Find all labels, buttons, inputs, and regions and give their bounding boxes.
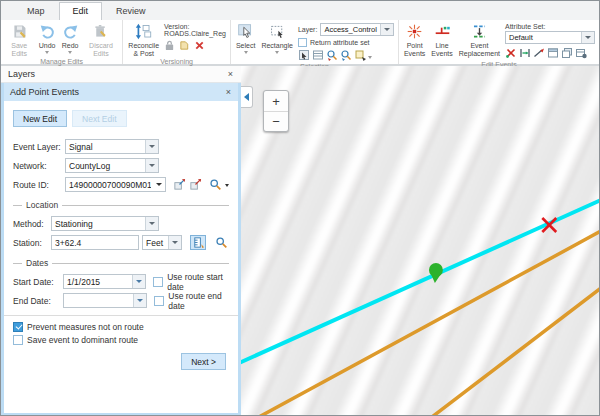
event-layer-combobox[interactable]: Signal — [65, 139, 159, 154]
event-layer-arrow-icon — [145, 140, 158, 153]
rectangle-select-icon — [269, 23, 286, 42]
layers-pane-title: Layers — [8, 69, 35, 79]
pane-title: Add Point Events — [10, 87, 79, 97]
group-versioning: Reconcile & Post Version: ROADS.Claire_R… — [123, 20, 231, 64]
clear-selection-icon[interactable] — [354, 49, 366, 62]
road-line-1[interactable] — [259, 231, 599, 415]
pane-body: New Edit Next Edit Event Layer: Signal N… — [4, 101, 238, 413]
save-dominant-route-checkbox[interactable] — [13, 335, 23, 345]
map-features-layer — [241, 66, 599, 415]
event-replacement-icon — [471, 23, 488, 42]
attribute-set-label: Attribute Set: — [505, 23, 595, 30]
tab-edit[interactable]: Edit — [59, 2, 103, 20]
end-date-label: End Date: — [13, 296, 63, 306]
group-selection: Select Rectangle Layer: Access_Control — [231, 20, 399, 64]
split-event-icon[interactable] — [519, 47, 531, 60]
zoom-in-button[interactable]: + — [264, 91, 288, 111]
use-route-end-date-label: Use route end date — [168, 291, 229, 311]
location-section-divider: Location — [13, 200, 229, 210]
station-unit-combobox[interactable]: Feet — [142, 235, 182, 250]
tab-review[interactable]: Review — [102, 2, 160, 20]
options-divider — [4, 315, 238, 316]
network-combobox[interactable]: CountyLog — [65, 158, 159, 173]
method-combobox[interactable]: Stationing — [51, 216, 159, 231]
return-attribute-set-checkbox[interactable] — [298, 38, 307, 47]
route-id-combobox[interactable] — [65, 177, 166, 192]
end-date-combobox[interactable] — [63, 293, 147, 308]
redo-icon — [62, 23, 79, 42]
save-edits-button[interactable]: Save Edits — [3, 22, 36, 58]
network-arrow-icon — [145, 159, 158, 172]
use-route-end-date-checkbox[interactable] — [154, 296, 164, 306]
zoom-to-station-button[interactable] — [213, 235, 229, 250]
trim-event-icon[interactable] — [533, 47, 545, 60]
road-line-2[interactable] — [432, 288, 599, 415]
remove-event-icon[interactable] — [505, 47, 517, 60]
tab-map[interactable]: Map — [13, 2, 59, 20]
pane-collapse-button[interactable] — [241, 86, 253, 108]
prevent-measures-checkbox[interactable] — [13, 322, 23, 332]
use-route-start-date-checkbox[interactable] — [153, 277, 163, 287]
attribute-list-icon[interactable] — [312, 49, 324, 62]
pick-station-from-map-button[interactable] — [190, 235, 206, 250]
layer-combobox-arrow-icon — [380, 24, 393, 35]
event-replacement-button[interactable]: Event Replacement — [456, 22, 503, 58]
zoom-route-caret-icon[interactable] — [225, 184, 229, 187]
route-id-input[interactable] — [66, 178, 154, 191]
zoom-to-route-button[interactable] — [207, 177, 223, 192]
event-layer-label: Event Layer: — [13, 142, 65, 152]
start-date-combobox[interactable]: 1/1/2015 — [63, 274, 146, 289]
pan-to-selected-icon[interactable] — [340, 49, 352, 62]
version-label: Version: — [164, 23, 226, 30]
save-dominant-route-label: Save event to dominant route — [27, 335, 138, 345]
copy-events-icon[interactable] — [561, 47, 573, 60]
zoom-out-button[interactable]: − — [264, 111, 288, 131]
select-by-box-icon[interactable] — [298, 49, 310, 62]
reconcile-post-button[interactable]: Reconcile & Post — [125, 22, 162, 58]
line-events-icon — [434, 23, 451, 42]
event-attributes-window-icon[interactable] — [547, 47, 559, 60]
redo-button[interactable]: Redo — [59, 22, 82, 55]
point-events-button[interactable]: Point Events — [401, 22, 428, 58]
discard-edits-button[interactable]: Discard Edits — [82, 22, 121, 58]
select-dropdown-caret-icon — [244, 51, 248, 54]
new-version-icon[interactable] — [179, 40, 190, 52]
attribute-set-arrow-icon — [581, 32, 594, 43]
select-route-on-map-button[interactable] — [172, 177, 188, 192]
zoom-to-selected-icon[interactable] — [326, 49, 338, 62]
rectangle-dropdown-caret-icon — [275, 51, 279, 54]
ribbon: Save Edits Undo Redo Discard Edits Mana — [1, 20, 599, 66]
station-input[interactable] — [52, 236, 138, 249]
select-route-alt-button[interactable] — [188, 177, 204, 192]
prevent-measures-label: Prevent measures not on route — [27, 322, 144, 332]
delete-version-icon[interactable] — [194, 40, 205, 52]
pane-close-icon[interactable]: × — [225, 88, 232, 97]
selected-route-line[interactable] — [241, 200, 599, 363]
layer-combobox[interactable]: Access_Control — [320, 23, 394, 36]
method-label: Method: — [13, 219, 51, 229]
next-edit-button[interactable]: Next Edit — [72, 110, 127, 127]
new-edit-button[interactable]: New Edit — [13, 110, 67, 127]
return-attribute-set-label: Return attribute set — [310, 39, 370, 46]
event-point-marker[interactable] — [429, 263, 443, 283]
map-canvas[interactable]: + − — [241, 66, 599, 415]
select-button[interactable]: Select — [233, 22, 258, 55]
undo-icon — [39, 23, 56, 42]
selection-more-caret-icon[interactable] — [368, 56, 372, 59]
layers-pane-header[interactable]: Layers × — [1, 66, 241, 83]
left-dock: Layers × Add Point Events × New Edit Nex… — [1, 66, 241, 415]
next-button[interactable]: Next > — [181, 353, 226, 370]
station-field[interactable] — [51, 235, 139, 250]
attribute-set-combobox[interactable]: Default — [505, 31, 595, 44]
rectangle-select-button[interactable]: Rectangle — [258, 22, 296, 55]
layers-close-icon[interactable]: × — [227, 70, 234, 79]
dates-section-divider: Dates — [13, 258, 229, 268]
line-events-button[interactable]: Line Events — [428, 22, 455, 58]
end-date-arrow-icon — [133, 294, 146, 307]
undo-button[interactable]: Undo — [36, 22, 59, 55]
add-point-events-pane: Add Point Events × New Edit Next Edit Ev… — [1, 83, 241, 415]
event-table-settings-icon[interactable] — [575, 47, 587, 60]
version-value: ROADS.Claire_Reg — [164, 30, 226, 37]
lock-icon[interactable] — [164, 40, 175, 52]
add-point-events-header[interactable]: Add Point Events × — [4, 83, 238, 101]
